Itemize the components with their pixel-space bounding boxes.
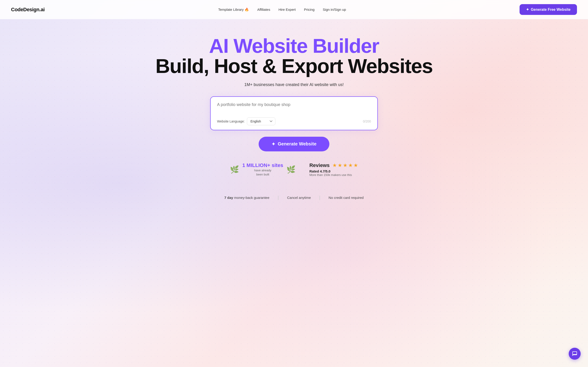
reviews-title-row: Reviews ★ ★ ★ ★ ★ [309, 162, 358, 168]
prompt-container: Website Language: English Spanish French… [210, 96, 378, 130]
stats-section: 🌿 1 MILLION+ sites have already been bui… [225, 162, 363, 177]
star-2: ★ [338, 162, 342, 168]
chat-bubble[interactable] [569, 348, 581, 360]
hero-section: AI Website Builder Build, Host & Export … [0, 19, 588, 186]
hero-title-black: Build, Host & Export Websites [156, 56, 433, 77]
trust-text-1: money-back guarantee [234, 196, 269, 200]
star-1: ★ [332, 162, 337, 168]
hire-expert-label: Hire Expert [278, 8, 296, 11]
generate-icon: ✦ [271, 141, 275, 147]
laurel-left-icon: 🌿 [230, 165, 239, 174]
laurel-right-icon: 🌿 [286, 165, 296, 174]
star-4: ★ [348, 162, 353, 168]
hero-title-purple: AI Website Builder [156, 35, 433, 56]
stat-reviews: Reviews ★ ★ ★ ★ ★ Rated 4.7/5.0 More tha… [309, 162, 358, 177]
stars: ★ ★ ★ ★ ★ [332, 162, 358, 168]
logo: CodeDesign.ai [11, 7, 44, 13]
hire-expert-link[interactable]: Hire Expert [278, 8, 296, 11]
generate-label: Generate Website [278, 141, 317, 147]
prompt-footer: Website Language: English Spanish French… [217, 117, 371, 125]
pricing-link[interactable]: Pricing [304, 8, 314, 11]
trust-text-2: Cancel anytime [287, 196, 311, 200]
trust-bold-1: 7 day [225, 196, 233, 200]
reviews-sub: More than 150k makers use this [309, 173, 358, 177]
pricing-label: Pricing [304, 8, 314, 11]
chat-icon [572, 351, 578, 357]
signin-link[interactable]: Sign in/Sign up [323, 8, 346, 11]
trust-item-2: Cancel anytime [279, 196, 319, 200]
signin-label: Sign in/Sign up [323, 8, 346, 11]
nav-generate-button[interactable]: ✦ Generate Free Website [519, 4, 577, 15]
star-3: ★ [343, 162, 347, 168]
char-count: 0/200 [363, 119, 371, 123]
hero-subtitle: 1M+ businesses have created their AI web… [244, 82, 344, 87]
trust-text-3: No credit card required [329, 196, 364, 200]
star-half: ★ [354, 162, 358, 168]
trust-strip: 7 day money-back guarantee | Cancel anyt… [0, 195, 588, 214]
generate-button[interactable]: ✦ Generate Website [259, 137, 329, 151]
template-library-link[interactable]: Template Library 🔥 [218, 8, 249, 12]
reviews-rating: Rated 4.7/5.0 [309, 169, 358, 173]
navbar: CodeDesign.ai Template Library 🔥 Affilia… [0, 0, 588, 19]
stat-million: 🌿 1 MILLION+ sites have already been bui… [230, 162, 296, 177]
nav-cta-label: Generate Free Website [531, 8, 571, 12]
stat-million-text: 1 MILLION+ sites have already been built [242, 162, 283, 177]
language-select[interactable]: English Spanish French German Italian Po… [247, 117, 275, 125]
affiliates-label: Affiliates [257, 8, 270, 11]
language-label: Website Language: [217, 119, 245, 123]
affiliates-link[interactable]: Affiliates [257, 8, 270, 11]
language-select-group: Website Language: English Spanish French… [217, 117, 275, 125]
trust-item-3: No credit card required [320, 196, 372, 200]
nav-cta-icon: ✦ [526, 7, 529, 12]
stat-million-number: 1 MILLION+ sites [242, 162, 283, 168]
template-library-label: Template Library 🔥 [218, 8, 249, 12]
prompt-input[interactable] [217, 102, 371, 112]
nav-links: Template Library 🔥 Affiliates Hire Exper… [218, 8, 346, 12]
reviews-label: Reviews [309, 162, 330, 168]
stat-million-sub: have already been built [242, 168, 283, 177]
trust-item-1: 7 day money-back guarantee [216, 196, 278, 200]
